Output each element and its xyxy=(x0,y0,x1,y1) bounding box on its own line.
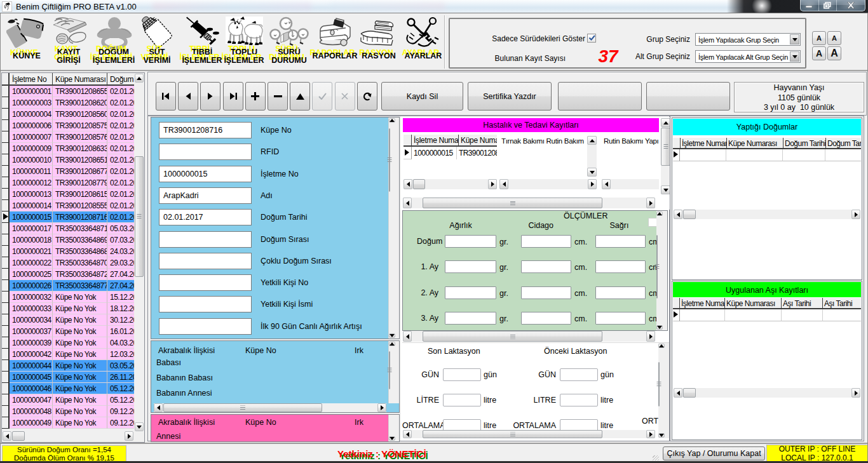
measure-input[interactable] xyxy=(445,260,496,273)
cell-isletme[interactable]: 1000000032 xyxy=(10,292,53,303)
animal-row[interactable]: 1000000034Küpe No Yok30.12.20 xyxy=(2,314,134,326)
animal-row[interactable]: 1000000014TR3900120855502.01.20 xyxy=(2,200,134,211)
scroll-left-icon[interactable] xyxy=(674,210,682,219)
animal-row[interactable]: 1000000018TR3500336486907.03.20 xyxy=(2,234,134,246)
cell-isletme[interactable]: 1000000007 xyxy=(10,131,53,143)
mother-pedigree-vscrollbar[interactable] xyxy=(388,415,399,441)
cell-isletme[interactable]: 1000000010 xyxy=(10,154,53,166)
cell-kupe[interactable]: Küpe No Yok xyxy=(53,337,107,349)
note2-hscrollbar[interactable] xyxy=(602,179,659,189)
cell-dogum[interactable]: 04.03.20 xyxy=(107,337,134,349)
group-select-dropdown-icon[interactable] xyxy=(790,34,799,44)
scroll-down-icon[interactable] xyxy=(658,433,665,438)
cell-isletme[interactable]: 1000000025 xyxy=(10,269,53,280)
measure-input[interactable] xyxy=(521,260,571,273)
scroll-right-icon[interactable] xyxy=(646,198,655,208)
nav-insert-button[interactable] xyxy=(245,82,266,111)
cell-dogum[interactable]: 15.12.20 xyxy=(107,292,134,303)
form-input--oklu-do-um-s-ras-[interactable] xyxy=(159,253,252,269)
lactation-input[interactable] xyxy=(443,394,481,406)
scroll-up-icon[interactable] xyxy=(661,118,670,127)
measure-input[interactable] xyxy=(521,286,571,299)
scrollbar-thumb[interactable] xyxy=(661,128,670,166)
animal-row[interactable]: 1000000001TR3900120865502.01.20 xyxy=(2,86,134,97)
cell-isletme[interactable]: 1000000039 xyxy=(10,337,53,349)
cell-kupe[interactable]: TR39001208633 xyxy=(53,143,107,154)
scroll-left-icon[interactable] xyxy=(403,198,412,208)
lactation-vscrollbar[interactable] xyxy=(658,343,669,438)
cell[interactable] xyxy=(823,309,861,321)
animal-list-vscrollbar[interactable] xyxy=(135,74,144,431)
animal-row[interactable]: 1000000004TR3900120856002.01.20 xyxy=(2,109,134,120)
cell-dogum[interactable]: 12.03.20 xyxy=(107,349,134,360)
births-empty-row[interactable] xyxy=(673,149,861,161)
cell-isletme[interactable]: 1000000034 xyxy=(10,314,53,326)
scroll-left-icon[interactable] xyxy=(403,430,412,438)
cell-dogum[interactable]: 29.03.20 xyxy=(107,257,134,269)
cell-kupe[interactable]: Küpe No Yok xyxy=(53,292,107,303)
lactation-hscrollbar[interactable] xyxy=(403,430,655,438)
cell-dogum[interactable]: 02.01.20 xyxy=(107,131,134,143)
cell-kupe[interactable]: TR39001208620 xyxy=(53,97,107,109)
cell-isletme[interactable]: 1000000012 xyxy=(10,177,53,189)
scrollbar-thumb[interactable] xyxy=(658,362,660,406)
cell-isletme[interactable]: 1000000021 xyxy=(10,246,53,257)
animal-row[interactable]: 1000000022TR3500336487029.03.20 xyxy=(2,257,134,269)
scrollbar-thumb[interactable] xyxy=(12,431,25,441)
cell-dogum[interactable]: 02.01.20 xyxy=(107,120,134,131)
animal-row[interactable]: 1000000010TR3900120865102.01.20 xyxy=(2,154,134,166)
cell-dogum[interactable]: 26.11.20 xyxy=(107,372,134,383)
scroll-down-icon[interactable] xyxy=(587,168,597,177)
cell-dogum[interactable]: 05.12.20 xyxy=(107,383,134,394)
animal-row[interactable]: 1000000044Küpe No Yok03.05.20 xyxy=(2,360,134,372)
vaccines-hscrollbar[interactable] xyxy=(674,388,860,398)
cell-dogum[interactable]: 02.01.20 xyxy=(107,86,134,97)
measurements-hscrollbar[interactable] xyxy=(403,331,655,342)
cell-isletme[interactable]: 1000000003 xyxy=(10,97,53,109)
cell-kupe[interactable]: Küpe No Yok xyxy=(53,406,107,417)
form-input-do-um-s-ras-[interactable] xyxy=(159,231,252,248)
cell-isletme[interactable]: 1000000011 xyxy=(10,166,53,177)
father-pedigree-hscrollbar[interactable] xyxy=(154,403,386,412)
column-header[interactable]: Aşı Tarihi xyxy=(782,298,823,308)
form-input-rfid[interactable] xyxy=(159,144,252,160)
cell-kupe[interactable]: Küpe No Yok xyxy=(53,326,107,337)
animal-row[interactable]: 1000000047Küpe No Yok05.12.20 xyxy=(2,394,134,406)
cell-dogum[interactable]: 02.01.20 xyxy=(107,143,134,154)
scrollbar-thumb[interactable] xyxy=(423,198,602,208)
cell-isletme[interactable]: 1000000004 xyxy=(10,109,53,120)
cell-kupe[interactable]: TR39001208651 xyxy=(53,154,107,166)
cell-dogum[interactable]: 02.01.20 xyxy=(107,177,134,189)
lactation-input[interactable] xyxy=(560,368,598,381)
cell-dogum[interactable]: 09.12.20 xyxy=(107,417,134,429)
cell-dogum[interactable]: 30.12.20 xyxy=(107,314,134,326)
measure-input[interactable] xyxy=(595,312,646,325)
note1-hscrollbar[interactable] xyxy=(499,179,597,189)
form-input-k-pe-no[interactable]: TR39001208716 xyxy=(159,122,252,138)
health-note1-pane[interactable]: Tırnak Bakımı Rutin Bakım xyxy=(498,135,598,189)
cell-kupe[interactable]: Küpe No Yok xyxy=(53,314,107,326)
cell-dogum[interactable]: 02.01.20 xyxy=(107,189,134,200)
animal-row-current[interactable]: 1000000015TR3900120871602.01.20 xyxy=(2,211,134,223)
cell-kupe[interactable]: TR35003364871 xyxy=(53,223,107,234)
scrollbar-thumb[interactable] xyxy=(683,388,696,398)
close-button[interactable] xyxy=(837,0,865,11)
scrollbar-thumb[interactable] xyxy=(413,179,425,189)
births-hscrollbar[interactable] xyxy=(674,210,860,219)
cell-kupe[interactable]: TR39001208575 xyxy=(53,120,107,131)
cell-dogum[interactable]: 16.01.20 xyxy=(107,326,134,337)
cell-dogum[interactable]: 05.03.20 xyxy=(107,223,134,234)
cell-dogum[interactable]: 09.12.20 xyxy=(107,406,134,417)
animal-row[interactable]: 1000000013TR3900120861502.01.20 xyxy=(2,189,134,200)
font-small2-button[interactable]: A xyxy=(827,31,841,45)
animal-row[interactable]: 1000000003TR3900120862002.01.20 xyxy=(2,97,134,109)
scrollbar-thumb[interactable] xyxy=(389,128,390,192)
cell[interactable] xyxy=(725,309,782,321)
scroll-left-icon[interactable] xyxy=(154,403,163,412)
scrollbar-thumb[interactable] xyxy=(656,235,658,299)
cell-dogum[interactable]: 02.01.20 xyxy=(107,154,134,166)
cell-isletme[interactable]: 1000000026 xyxy=(10,280,53,292)
father-pedigree-vscrollbar[interactable] xyxy=(388,341,399,403)
cell-kupe[interactable]: Küpe No Yok xyxy=(53,372,107,383)
cell-isletme[interactable]: 1000000046 xyxy=(10,383,53,394)
